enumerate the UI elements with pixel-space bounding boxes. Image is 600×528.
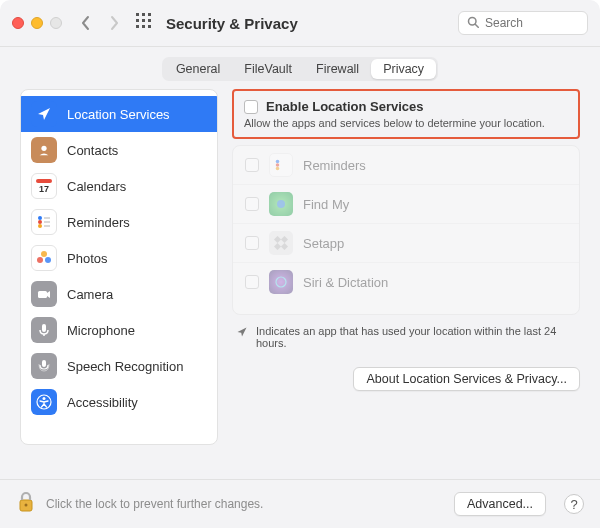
nav-buttons	[80, 15, 120, 31]
sidebar-item-photos[interactable]: Photos	[21, 240, 217, 276]
svg-rect-36	[281, 243, 288, 250]
search-input[interactable]	[485, 16, 579, 30]
app-label: Setapp	[303, 236, 344, 251]
privacy-sidebar[interactable]: Location Services Contacts 17 Calendars …	[20, 89, 218, 445]
app-row-siri[interactable]: Siri & Dictation	[233, 263, 579, 301]
close-window-button[interactable]	[12, 17, 24, 29]
svg-rect-7	[142, 25, 145, 28]
calendar-icon: 17	[31, 173, 57, 199]
sidebar-item-label: Photos	[67, 251, 107, 266]
sidebar-item-label: Reminders	[67, 215, 130, 230]
svg-rect-6	[136, 25, 139, 28]
back-button[interactable]	[80, 15, 92, 31]
tab-group: General FileVault Firewall Privacy	[162, 57, 438, 81]
svg-point-30	[276, 163, 280, 167]
speech-icon	[31, 353, 57, 379]
sidebar-item-calendars[interactable]: 17 Calendars	[21, 168, 217, 204]
svg-rect-26	[42, 360, 46, 367]
svg-point-15	[38, 220, 42, 224]
app-checkbox[interactable]	[245, 158, 259, 172]
content-area: Location Services Contacts 17 Calendars …	[0, 89, 600, 445]
tab-bar: General FileVault Firewall Privacy	[0, 47, 600, 89]
svg-rect-35	[274, 243, 281, 250]
window-traffic-lights	[12, 17, 62, 29]
minimize-window-button[interactable]	[31, 17, 43, 29]
enable-location-highlight: Enable Location Services Allow the apps …	[232, 89, 580, 139]
enable-location-label: Enable Location Services	[266, 99, 424, 114]
location-usage-note: Indicates an app that has used your loca…	[232, 325, 580, 349]
svg-point-37	[276, 277, 286, 287]
lock-icon[interactable]	[16, 490, 36, 518]
reminders-icon	[31, 209, 57, 235]
location-apps-list: Reminders Find My Setapp	[232, 145, 580, 315]
svg-point-31	[276, 167, 280, 171]
search-field[interactable]	[458, 11, 588, 35]
svg-point-39	[25, 504, 28, 507]
main-panel: Enable Location Services Allow the apps …	[232, 89, 580, 445]
advanced-button[interactable]: Advanced...	[454, 492, 546, 516]
app-row-findmy[interactable]: Find My	[233, 185, 579, 224]
sidebar-item-label: Contacts	[67, 143, 118, 158]
svg-rect-23	[38, 291, 47, 298]
tab-privacy[interactable]: Privacy	[371, 59, 436, 79]
svg-line-10	[475, 24, 478, 27]
svg-text:17: 17	[39, 184, 49, 194]
svg-point-21	[37, 257, 43, 263]
app-label: Siri & Dictation	[303, 275, 388, 290]
tab-filevault[interactable]: FileVault	[232, 59, 304, 79]
camera-icon	[31, 281, 57, 307]
sidebar-item-location[interactable]: Location Services	[21, 96, 217, 132]
window-title: Security & Privacy	[166, 15, 298, 32]
help-button[interactable]: ?	[564, 494, 584, 514]
svg-point-29	[276, 160, 280, 164]
tab-general[interactable]: General	[164, 59, 232, 79]
sidebar-item-camera[interactable]: Camera	[21, 276, 217, 312]
sidebar-item-label: Calendars	[67, 179, 126, 194]
sidebar-item-reminders[interactable]: Reminders	[21, 204, 217, 240]
accessibility-icon	[31, 389, 57, 415]
svg-rect-34	[281, 236, 288, 243]
microphone-icon	[31, 317, 57, 343]
sidebar-item-microphone[interactable]: Microphone	[21, 312, 217, 348]
svg-rect-1	[142, 13, 145, 16]
svg-point-20	[41, 251, 47, 257]
svg-point-28	[43, 397, 46, 400]
svg-rect-3	[136, 19, 139, 22]
svg-rect-0	[136, 13, 139, 16]
reminders-icon	[269, 153, 293, 177]
sidebar-item-accessibility[interactable]: Accessibility	[21, 384, 217, 420]
app-checkbox[interactable]	[245, 236, 259, 250]
enable-location-row: Enable Location Services	[244, 99, 568, 114]
sidebar-item-label: Camera	[67, 287, 113, 302]
sidebar-item-speech[interactable]: Speech Recognition	[21, 348, 217, 384]
svg-rect-24	[42, 324, 46, 332]
preferences-window: Security & Privacy General FileVault Fir…	[0, 0, 600, 528]
lock-text: Click the lock to prevent further change…	[46, 497, 263, 511]
location-arrow-icon	[236, 325, 248, 349]
sidebar-item-label: Speech Recognition	[67, 359, 183, 374]
enable-location-checkbox[interactable]	[244, 100, 258, 114]
sidebar-item-contacts[interactable]: Contacts	[21, 132, 217, 168]
photos-icon	[31, 245, 57, 271]
svg-rect-12	[36, 179, 52, 183]
svg-rect-4	[142, 19, 145, 22]
sidebar-item-label: Microphone	[67, 323, 135, 338]
sidebar-item-label: Accessibility	[67, 395, 138, 410]
about-row: About Location Services & Privacy...	[232, 367, 580, 391]
app-row-reminders[interactable]: Reminders	[233, 146, 579, 185]
contacts-icon	[31, 137, 57, 163]
about-location-button[interactable]: About Location Services & Privacy...	[353, 367, 580, 391]
tab-firewall[interactable]: Firewall	[304, 59, 371, 79]
svg-point-14	[38, 216, 42, 220]
show-all-button[interactable]	[136, 13, 152, 33]
setapp-icon	[269, 231, 293, 255]
svg-rect-8	[148, 25, 151, 28]
app-row-setapp[interactable]: Setapp	[233, 224, 579, 263]
app-checkbox[interactable]	[245, 275, 259, 289]
zoom-window-button[interactable]	[50, 17, 62, 29]
location-arrow-icon	[31, 101, 57, 127]
forward-button[interactable]	[108, 15, 120, 31]
app-label: Reminders	[303, 158, 366, 173]
titlebar: Security & Privacy	[0, 0, 600, 46]
app-checkbox[interactable]	[245, 197, 259, 211]
